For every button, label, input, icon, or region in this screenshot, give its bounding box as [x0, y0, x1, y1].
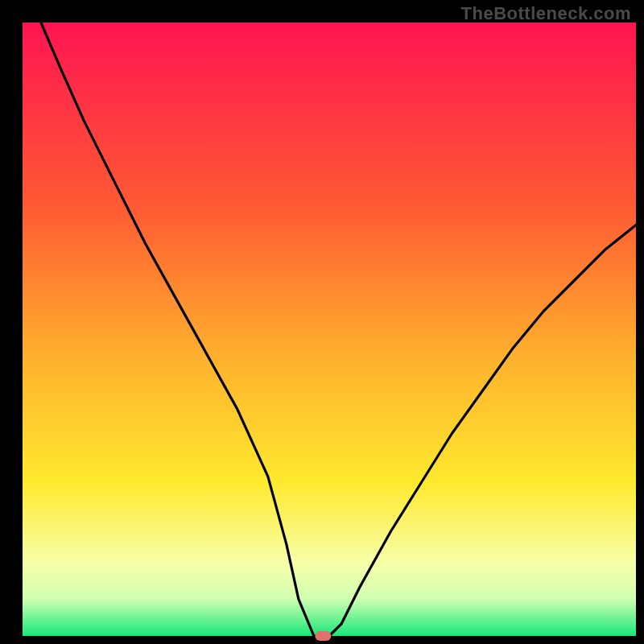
chart-frame: TheBottleneck.com: [0, 0, 644, 644]
watermark-text: TheBottleneck.com: [461, 3, 631, 24]
optimal-point-marker: [315, 631, 331, 641]
bottleneck-chart: [0, 0, 644, 644]
plot-background: [23, 23, 636, 636]
